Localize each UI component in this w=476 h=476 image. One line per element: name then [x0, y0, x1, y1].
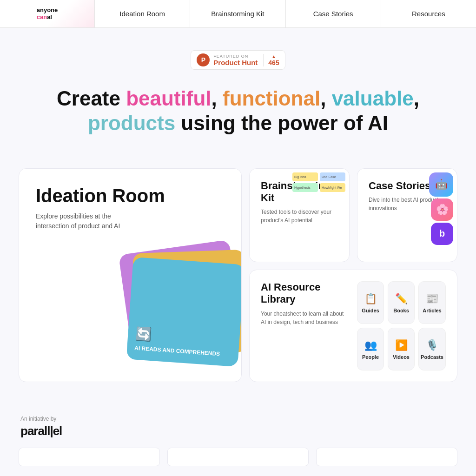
app-icon-b-app: b [431, 223, 453, 245]
sticky-note-3: Hypothesis [292, 183, 318, 192]
sticky-note-1: Big Idea [292, 172, 318, 181]
headline-prefix: Create [57, 87, 126, 110]
ideation-illustration: 🔄 AI READS AND COMPREHENDS [97, 247, 242, 382]
nav-item-resources[interactable]: Resources [381, 0, 476, 27]
nav-items: Ideation Room Brainstorming Kit Case Sto… [95, 0, 476, 27]
app-icon-notion: 🌸 [431, 198, 453, 221]
initiative-label: An initiative by [20, 416, 456, 422]
card-case-stories[interactable]: Case Stories Dive into the best AI produ… [357, 168, 457, 262]
headline-line2-end: using the power of AI [175, 112, 388, 134]
headline-word3: valuable [332, 87, 414, 110]
guides-label: Guides [362, 308, 379, 313]
ph-logo-icon: P [197, 53, 210, 66]
bottom-box-2 [167, 448, 309, 466]
navbar: anyonecanal Ideation Room Brainstorming … [0, 0, 476, 28]
ideation-room-title: Ideation Room [36, 185, 225, 206]
videos-icon: ▶️ [395, 339, 408, 351]
resource-articles[interactable]: 📰 Articles [418, 281, 446, 324]
card-ai-resource-library: AI Resource Library Your cheatsheet to l… [249, 270, 457, 382]
footer-logo: parall|el [20, 424, 456, 438]
parallel-logo-text: parall|el [20, 424, 62, 438]
resource-icon-grid: 📋 Guides ✏️ Books 📰 Articles 👥 People ▶️… [357, 281, 446, 370]
sticky-note-4: HowMight We [320, 183, 345, 192]
main-headline: Create beautiful, functional, valuable, … [57, 86, 419, 136]
bottom-hint-section [0, 448, 476, 466]
sticky-note-2: Use Case [320, 172, 345, 181]
cards-section: Ideation Room Explore possibilities at t… [0, 168, 476, 401]
resource-podcasts[interactable]: 🎙️ Podcasts [418, 328, 446, 370]
stack-card-text: AI READS AND COMPREHENDS [134, 345, 220, 358]
ideation-room-description: Explore possibilities at the intersectio… [36, 212, 129, 231]
site-logo[interactable]: anyonecanal [0, 0, 95, 27]
brainstorm-illustration: Big Idea Use Case Hypothesis HowMight We [289, 169, 349, 225]
podcasts-icon: 🎙️ [426, 339, 438, 351]
nav-item-case-stories[interactable]: Case Stories [286, 0, 381, 27]
resource-guides[interactable]: 📋 Guides [357, 281, 384, 324]
people-label: People [362, 354, 379, 360]
people-icon: 👥 [364, 339, 377, 351]
books-label: Books [393, 308, 409, 313]
resource-info: AI Resource Library Your cheatsheet to l… [261, 281, 350, 370]
books-icon: ✏️ [395, 293, 408, 305]
headline-sep3: , [414, 87, 419, 110]
logo-text: anyonecanal [37, 7, 58, 20]
ph-featured-label: FEATURED ON [213, 54, 258, 59]
cases-app-icons: 🤖 🌸 b [406, 169, 457, 252]
ph-vote-count: 465 [268, 59, 279, 66]
footer: An initiative by parall|el [0, 401, 476, 448]
stack-card-blue: 🔄 AI READS AND COMPREHENDS [126, 257, 242, 366]
nav-item-ideation-room[interactable]: Ideation Room [95, 0, 190, 27]
app-icon-microsoft-copilot: 🤖 [429, 172, 453, 197]
nav-item-brainstorming-kit[interactable]: Brainstorming Kit [190, 0, 285, 27]
bottom-box-1 [19, 448, 160, 466]
guides-icon: 📋 [364, 293, 377, 305]
articles-icon: 📰 [426, 293, 438, 305]
ph-text: FEATURED ON Product Hunt [213, 54, 258, 66]
headline-word2: functional [223, 87, 320, 110]
resource-title: AI Resource Library [261, 281, 350, 306]
headline-sep2: , [320, 87, 331, 110]
product-hunt-badge[interactable]: P FEATURED ON Product Hunt ▲ 465 [191, 50, 285, 70]
resource-videos[interactable]: ▶️ Videos [388, 328, 415, 370]
resource-description: Your cheatsheet to learn all about AI in… [261, 310, 350, 326]
videos-label: Videos [393, 354, 410, 360]
podcasts-label: Podcasts [421, 354, 443, 360]
resource-people[interactable]: 👥 People [357, 328, 384, 370]
headline-word1: beautiful [126, 87, 211, 110]
headline-sep1: , [212, 87, 223, 110]
bottom-box-3 [316, 448, 457, 466]
resource-books[interactable]: ✏️ Books [388, 281, 415, 324]
card-brainstorming-kit[interactable]: Brainstorming Kit Tested tools to discov… [249, 168, 350, 262]
ph-arrow-icon: ▲ [271, 54, 276, 59]
ph-product-name: Product Hunt [213, 59, 258, 66]
right-top-row: Brainstorming Kit Tested tools to discov… [249, 168, 457, 262]
card-sync-icon: 🔄 [135, 326, 152, 342]
hero-section: P FEATURED ON Product Hunt ▲ 465 Create … [0, 28, 476, 168]
headline-line2-start: products [88, 112, 175, 134]
ph-votes: ▲ 465 [263, 54, 279, 66]
card-ideation-room[interactable]: Ideation Room Explore possibilities at t… [19, 168, 242, 382]
articles-label: Articles [423, 308, 441, 313]
